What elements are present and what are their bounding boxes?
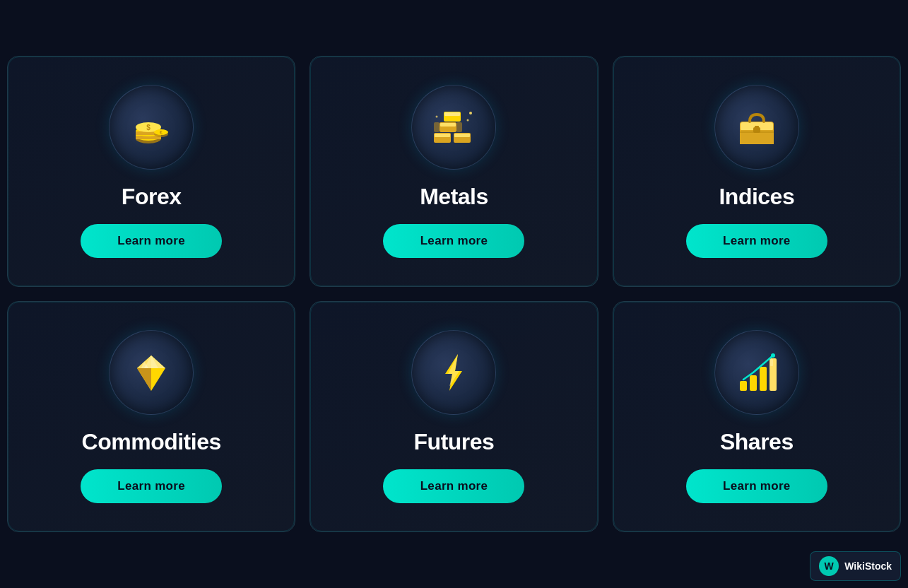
forex-card: $ € Forex Learn more	[7, 56, 295, 287]
svg-rect-16	[434, 122, 440, 132]
svg-rect-39	[760, 367, 767, 391]
svg-rect-27	[755, 126, 759, 128]
metals-icon-circle	[411, 85, 496, 170]
indices-learn-more-button[interactable]: Learn more	[686, 224, 827, 258]
svg-rect-11	[435, 134, 450, 137]
svg-rect-37	[740, 381, 747, 391]
svg-rect-28	[740, 131, 774, 133]
metals-learn-more-button[interactable]: Learn more	[383, 224, 524, 258]
indices-icon-circle	[714, 85, 799, 170]
futures-title: Futures	[414, 429, 495, 455]
wikistock-badge: W WikiStock	[810, 551, 901, 581]
shares-card: Shares Learn more	[613, 301, 901, 532]
forex-learn-more-button[interactable]: Learn more	[81, 224, 222, 258]
wikistock-icon: W	[819, 556, 839, 576]
metals-title: Metals	[420, 184, 488, 210]
shares-learn-more-button[interactable]: Learn more	[686, 469, 827, 503]
commodities-learn-more-button[interactable]: Learn more	[81, 469, 222, 503]
metals-gold-bars-icon	[430, 106, 478, 148]
metals-card: Metals Learn more	[309, 56, 598, 287]
forex-title: Forex	[122, 184, 182, 210]
shares-icon-circle	[714, 330, 799, 415]
forex-coins-icon: $ €	[129, 105, 174, 150]
indices-card: Indices Learn more	[613, 56, 901, 287]
svg-point-42	[771, 353, 775, 358]
svg-rect-13	[454, 134, 470, 137]
svg-text:€: €	[160, 130, 163, 135]
futures-icon-circle	[411, 330, 496, 415]
svg-text:$: $	[146, 124, 151, 131]
svg-point-22	[467, 119, 469, 122]
wikistock-label: WikiStock	[844, 560, 892, 572]
shares-chart-icon	[734, 350, 779, 395]
futures-learn-more-button[interactable]: Learn more	[383, 469, 524, 503]
futures-card: Futures Learn more	[309, 301, 598, 532]
commodities-title: Commodities	[82, 429, 221, 455]
svg-rect-19	[444, 112, 460, 116]
svg-rect-17	[456, 122, 462, 132]
indices-briefcase-icon	[734, 105, 779, 150]
svg-rect-15	[440, 123, 456, 127]
svg-rect-38	[750, 375, 757, 391]
svg-rect-41	[770, 359, 773, 366]
cards-grid: $ € Forex Learn more	[7, 56, 901, 532]
svg-point-21	[436, 116, 438, 118]
forex-icon-circle: $ €	[109, 85, 194, 170]
shares-title: Shares	[720, 429, 794, 455]
svg-marker-31	[137, 368, 151, 391]
svg-point-20	[469, 112, 472, 114]
commodities-icon-circle	[109, 330, 194, 415]
commodities-card: Commodities Learn more	[7, 301, 295, 532]
futures-lightning-icon	[431, 350, 476, 395]
indices-title: Indices	[719, 184, 794, 210]
commodities-diamond-icon	[129, 350, 174, 395]
